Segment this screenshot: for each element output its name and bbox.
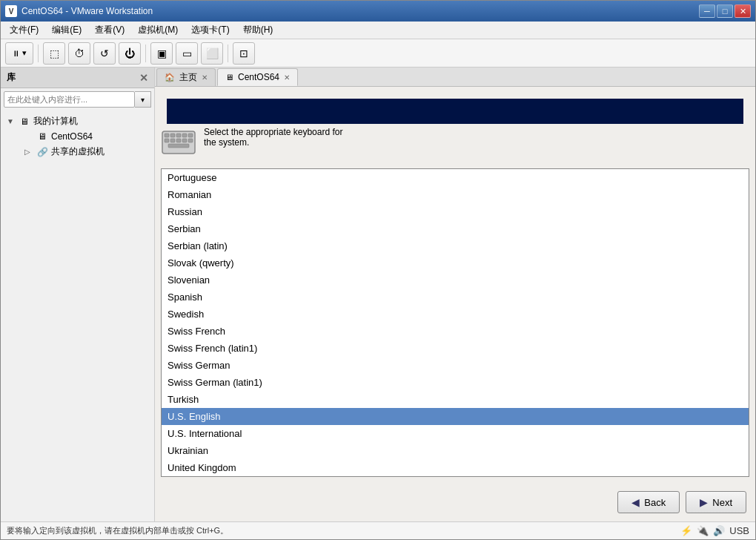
centos64-label: CentOS64 xyxy=(51,131,93,142)
status-icons: ⚡ 🔌 🔊 USB xyxy=(680,525,749,536)
list-item[interactable]: Swiss German xyxy=(162,357,749,374)
suspend-button[interactable]: ⏱ xyxy=(68,42,90,65)
computer-icon: 🖥 xyxy=(19,116,30,128)
unity-button[interactable]: ⬜ xyxy=(201,42,223,65)
title-bar: V CentOS64 - VMware Workstation ─ □ ✕ xyxy=(1,1,755,22)
tab-home-label: 主页 xyxy=(179,71,197,84)
sidebar-item-shared-vms[interactable]: ▷ 🔗 共享的虚拟机 xyxy=(21,144,151,159)
list-item[interactable]: U.S. International xyxy=(162,425,749,442)
next-button[interactable]: ▶ Next xyxy=(686,491,746,513)
menu-tabs[interactable]: 选项卡(T) xyxy=(185,22,235,38)
list-item[interactable]: U.S. English xyxy=(162,408,749,425)
sidebar-item-centos64[interactable]: 🖥 CentOS64 xyxy=(21,129,151,144)
menu-file[interactable]: 文件(F) xyxy=(4,22,44,38)
window-title: CentOS64 - VMware Workstation xyxy=(21,6,699,16)
search-dropdown-button[interactable]: ▾ xyxy=(135,91,151,108)
sidebar-tree: ▼ 🖥 我的计算机 🖥 CentOS64 ▷ 🔗 共享的虚拟机 xyxy=(1,111,154,521)
usb-status-icon: USB xyxy=(729,525,749,536)
sidebar-header: 库 ✕ xyxy=(1,68,154,88)
list-item[interactable]: Swiss German (latin1) xyxy=(162,374,749,391)
list-item[interactable]: Spanish xyxy=(162,289,749,306)
minimize-button[interactable]: ─ xyxy=(699,4,715,18)
back-arrow-icon: ◀ xyxy=(631,496,640,508)
menu-vm[interactable]: 虚拟机(M) xyxy=(132,22,184,38)
list-item[interactable]: Portuguese xyxy=(162,169,749,186)
list-item[interactable]: Slovak (qwerty) xyxy=(162,254,749,271)
tab-bar: 🏠 主页 ✕ 🖥 CentOS64 ✕ xyxy=(155,68,755,87)
list-item[interactable]: Swiss French (latin1) xyxy=(162,340,749,357)
keyboard-icon xyxy=(161,127,196,157)
list-item[interactable]: Swiss French xyxy=(162,323,749,340)
next-label: Next xyxy=(712,497,732,508)
tab-centos64-label: CentOS64 xyxy=(238,72,279,82)
search-input[interactable] xyxy=(4,91,135,108)
window-controls: ─ □ ✕ xyxy=(699,4,751,18)
svg-rect-9 xyxy=(182,139,187,142)
fit-screen-button[interactable]: ▣ xyxy=(150,42,173,65)
home-icon: 🏠 xyxy=(165,73,175,82)
svg-rect-1 xyxy=(165,134,169,137)
sidebar-close-button[interactable]: ✕ xyxy=(139,72,148,84)
svg-rect-8 xyxy=(176,139,181,142)
vm-setup-area: Select the appropriate keyboard for the … xyxy=(155,87,755,483)
svg-rect-2 xyxy=(170,134,175,137)
menu-help[interactable]: 帮助(H) xyxy=(237,22,279,38)
list-item[interactable]: Turkish xyxy=(162,391,749,408)
sidebar-search-container: ▾ xyxy=(4,91,151,108)
pause-icon: ⏸ xyxy=(12,49,20,58)
list-item[interactable]: Serbian xyxy=(162,220,749,237)
toolbar-separator-1 xyxy=(38,45,39,62)
send-ctrl-alt-del-button[interactable]: ⬚ xyxy=(43,42,65,65)
my-computer-label: 我的计算机 xyxy=(33,115,78,128)
toolbar: ⏸ ▾ ⬚ ⏱ ↺ ⏻ ▣ ▭ ⬜ ⊡ xyxy=(1,39,755,68)
tab-home[interactable]: 🏠 主页 ✕ xyxy=(156,68,216,86)
app-icon: V xyxy=(5,5,17,17)
main-area: 库 ✕ ▾ ▼ 🖥 我的计算机 🖥 CentOS64 xyxy=(1,68,755,521)
sidebar-item-my-computer[interactable]: ▼ 🖥 我的计算机 xyxy=(4,113,151,129)
toolbar-separator-2 xyxy=(145,45,146,62)
expand-icon-shared: ▷ xyxy=(24,148,33,156)
vm-tab-icon: 🖥 xyxy=(225,73,233,82)
list-item[interactable]: Russian xyxy=(162,203,749,220)
menu-bar: 文件(F) 编辑(E) 查看(V) 虚拟机(M) 选项卡(T) 帮助(H) xyxy=(1,22,755,39)
content-area: 🏠 主页 ✕ 🖥 CentOS64 ✕ xyxy=(155,68,755,521)
close-button[interactable]: ✕ xyxy=(735,4,751,18)
next-arrow-icon: ▶ xyxy=(700,496,708,508)
keyboard-list-scroll[interactable]: PortugueseRomanianRussianSerbianSerbian … xyxy=(162,169,749,476)
vm-content: Select the appropriate keyboard for the … xyxy=(155,87,755,521)
tab-centos64[interactable]: 🖥 CentOS64 ✕ xyxy=(217,68,298,86)
list-item[interactable]: Slovenian xyxy=(162,271,749,289)
list-item[interactable]: United Kingdom xyxy=(162,459,749,476)
power-button[interactable]: ⏻ xyxy=(119,42,141,65)
status-text: 要将输入定向到该虚拟机，请在虚拟机内部单击或按 Ctrl+G。 xyxy=(7,525,228,536)
keyboard-list-container: PortugueseRomanianRussianSerbianSerbian … xyxy=(161,168,749,477)
maximize-button[interactable]: □ xyxy=(717,4,733,18)
window-frame: V CentOS64 - VMware Workstation ─ □ ✕ 文件… xyxy=(0,0,756,540)
tab-home-close[interactable]: ✕ xyxy=(202,73,208,82)
vm-header-bar xyxy=(167,99,743,124)
pause-button[interactable]: ⏸ ▾ xyxy=(5,42,33,65)
tab-centos64-close[interactable]: ✕ xyxy=(284,73,290,82)
menu-edit[interactable]: 编辑(E) xyxy=(46,22,87,38)
full-screen-button[interactable]: ▭ xyxy=(176,42,198,65)
list-item[interactable]: Swedish xyxy=(162,306,749,323)
list-item[interactable]: Serbian (latin) xyxy=(162,237,749,254)
vm-description: Select the appropriate keyboard for the … xyxy=(161,124,749,159)
bottom-bar: ◀ Back ▶ Next xyxy=(155,483,755,521)
menu-view[interactable]: 查看(V) xyxy=(89,22,130,38)
description-line1: Select the appropriate keyboard for xyxy=(204,127,342,137)
pause-arrow: ▾ xyxy=(22,48,27,58)
svg-rect-10 xyxy=(188,139,193,142)
shared-vms-label: 共享的虚拟机 xyxy=(51,145,105,158)
svg-rect-7 xyxy=(170,139,175,142)
vm-icon: 🖥 xyxy=(36,131,48,142)
list-item[interactable]: Romanian xyxy=(162,186,749,203)
network-status-icon: 🔌 xyxy=(697,525,709,536)
svg-rect-3 xyxy=(176,134,181,137)
list-item[interactable]: Ukrainian xyxy=(162,442,749,459)
toolbar-separator-3 xyxy=(228,45,228,62)
snapshot-button[interactable]: ⊡ xyxy=(233,42,255,65)
svg-rect-6 xyxy=(165,139,169,142)
back-button[interactable]: ◀ Back xyxy=(617,491,680,513)
restart-button[interactable]: ↺ xyxy=(93,42,116,65)
